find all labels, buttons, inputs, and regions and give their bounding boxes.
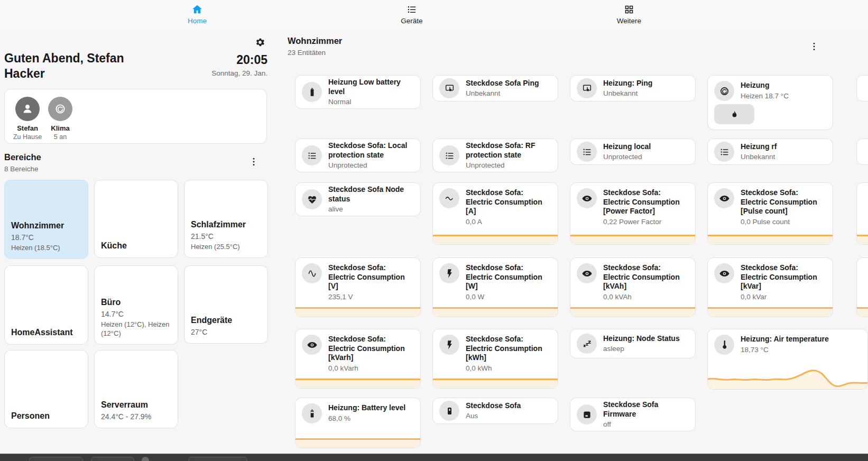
top-navigation: Home Geräte Weitere xyxy=(0,0,868,30)
taskbar-button[interactable] xyxy=(91,457,134,461)
entity-card-heizung-rf[interactable]: Heizung rfUnbekannt xyxy=(707,139,833,165)
person-name: Stefan xyxy=(17,124,38,132)
area-card-kueche[interactable]: Küche xyxy=(94,180,178,258)
taskbar-button[interactable] xyxy=(29,457,83,461)
person-chip-klima[interactable]: Klima 5 an xyxy=(44,97,77,141)
partial-entity-card[interactable] xyxy=(856,139,868,165)
area-card-wohnzimmer[interactable]: Wohnzimmer 18.7°C Heizen (18.5°C) xyxy=(4,180,88,259)
entity-title: Heizung: Ping xyxy=(603,79,652,88)
entity-card-heizung-low-battery[interactable]: Heizung Low battery levelNormal xyxy=(295,75,421,109)
entity-state: Unbekannt xyxy=(741,152,777,161)
clock-date: Sonntag, 29. Jan. xyxy=(159,69,267,77)
eye-icon xyxy=(577,188,597,208)
entity-card-consumption-kvar[interactable]: Steckdose Sofa: Electric Consumption [kV… xyxy=(707,257,833,317)
entity-state: 0,0 A xyxy=(466,217,551,226)
chip-icon xyxy=(577,404,597,425)
partial-entity-card[interactable] xyxy=(856,257,868,317)
sparkline xyxy=(296,438,420,448)
entity-card-rf-protection[interactable]: Steckdose Sofa: RF protection stateUnpro… xyxy=(432,139,558,172)
entity-card-heizung-battery-level[interactable]: Heizung: Battery level68,0 % xyxy=(295,398,421,448)
entities-panel-title: Wohnzimmer xyxy=(288,36,342,46)
thermometer-icon xyxy=(714,335,734,355)
entity-title: Steckdose Sofa: Electric Consumption [kV… xyxy=(741,263,826,291)
eye-icon xyxy=(714,188,734,208)
entity-title: Steckdose Sofa xyxy=(466,401,521,411)
area-card-serverraum[interactable]: Serverraum 24.4°C - 27.9% xyxy=(94,350,178,428)
entity-title: Heizung Low battery level xyxy=(328,78,414,96)
entity-card-heizung-ping[interactable]: Heizung: PingUnbekannt xyxy=(570,75,696,102)
taskbar-button[interactable] xyxy=(142,457,149,461)
list-icon xyxy=(302,145,322,165)
entity-card-steckdose-firmware[interactable]: Steckdose Sofa Firmwareoff xyxy=(570,398,696,431)
entity-card-steckdose-ping[interactable]: Steckdose Sofa PingUnbekannt xyxy=(432,75,558,102)
sparkline xyxy=(708,235,833,244)
entity-card-local-protection[interactable]: Steckdose Sofa: Local protection stateUn… xyxy=(295,139,421,172)
ping-icon xyxy=(577,78,597,98)
entity-card-consumption-v[interactable]: Steckdose Sofa: Electric Consumption [V]… xyxy=(295,257,421,317)
thermostat-icon xyxy=(48,97,72,121)
area-card-personen[interactable]: Personen xyxy=(4,350,88,428)
devices-list-icon xyxy=(406,4,418,15)
entity-state: Unprotected xyxy=(603,152,651,161)
entity-card-consumption-pulse-count[interactable]: Steckdose Sofa: Electric Consumption [Pu… xyxy=(707,182,833,245)
entity-card-consumption-a[interactable]: Steckdose Sofa: Electric Consumption [A]… xyxy=(432,182,558,245)
tab-weitere[interactable]: Weitere xyxy=(597,4,661,25)
person-chip-stefan[interactable]: Stefan Zu Hause xyxy=(11,97,44,141)
area-name: Serverraum xyxy=(101,400,171,410)
home-icon xyxy=(191,4,203,15)
entity-card-heizung-climate[interactable]: HeizungHeizen 18.7 °C xyxy=(707,75,833,130)
entity-title: Steckdose Sofa: RF protection state xyxy=(466,141,551,160)
sparkline xyxy=(708,307,833,317)
taskbar xyxy=(0,454,868,461)
entity-title: Heizung rf xyxy=(741,142,777,152)
heat-mode-button[interactable] xyxy=(714,104,754,124)
area-card-buero[interactable]: Büro 14.7°C Heizen (12°C), Heizen (12°C) xyxy=(94,265,178,345)
entities-panel-subtitle: 23 Entitäten xyxy=(288,49,326,57)
entity-card-consumption-kwh[interactable]: Steckdose Sofa: Electric Consumption [kW… xyxy=(432,329,558,389)
partial-entity-card[interactable] xyxy=(856,182,868,245)
entity-title: Steckdose Sofa Ping xyxy=(466,79,539,88)
grid-icon xyxy=(623,4,635,15)
temperature-sparkline xyxy=(708,362,867,389)
area-name: Wohnzimmer xyxy=(11,220,81,231)
area-temp: 21.5°C xyxy=(191,232,261,241)
area-card-schlafzimmer[interactable]: Schlafzimmer 21.5°C Heizen (25.5°C) xyxy=(184,180,268,258)
entity-state: asleep xyxy=(603,344,680,353)
entity-card-steckdose-sofa[interactable]: Steckdose SofaAus xyxy=(432,398,558,424)
entity-state: 68,0 % xyxy=(328,414,405,423)
area-card-endgeraete[interactable]: Endgeräte 27°C xyxy=(184,265,268,344)
entity-card-consumption-w[interactable]: Steckdose Sofa: Electric Consumption [W]… xyxy=(432,257,558,317)
sparkline xyxy=(433,379,558,388)
partial-entity-card[interactable] xyxy=(856,75,868,102)
entity-title: Heizung local xyxy=(603,142,651,152)
entity-state: 0,0 Pulse count xyxy=(741,217,826,226)
entity-state: 235,1 V xyxy=(328,292,414,301)
taskbar-button[interactable] xyxy=(188,457,247,461)
ping-icon xyxy=(439,78,459,98)
entity-state: Heizen 18.7 °C xyxy=(741,91,789,100)
entity-card-consumption-power-factor[interactable]: Steckdose Sofa: Electric Consumption [Po… xyxy=(570,182,696,245)
entity-card-air-temperature[interactable]: Heizung: Air temperature18,73 °C xyxy=(707,329,868,390)
entity-title: Steckdose Sofa: Electric Consumption [Po… xyxy=(603,188,689,216)
entity-state: Unprotected xyxy=(466,161,551,170)
entity-card-node-status[interactable]: Steckdose Sofa Node statusalive xyxy=(295,182,421,216)
entity-state: Aus xyxy=(466,411,521,420)
entity-card-consumption-kvarh[interactable]: Steckdose Sofa: Electric Consumption [kV… xyxy=(295,329,421,389)
entities-menu-dots-icon[interactable] xyxy=(809,41,821,54)
entity-title: Steckdose Sofa: Electric Consumption [kV… xyxy=(328,335,414,363)
tab-home[interactable]: Home xyxy=(165,4,229,25)
area-card-homeassistant[interactable]: HomeAssistant xyxy=(4,265,88,345)
entity-state: alive xyxy=(328,205,414,214)
flash-icon xyxy=(439,335,459,355)
areas-menu-dots-icon[interactable] xyxy=(248,156,261,169)
entity-card-heizung-node-status[interactable]: Heizung: Node Statusasleep xyxy=(570,329,696,358)
entity-card-consumption-kvah[interactable]: Steckdose Sofa: Electric Consumption [kV… xyxy=(570,257,696,317)
tab-home-label: Home xyxy=(188,17,207,25)
settings-gear-icon[interactable] xyxy=(255,37,267,50)
entity-card-heizung-local[interactable]: Heizung localUnprotected xyxy=(570,139,696,165)
person-icon xyxy=(15,97,40,121)
entity-title: Steckdose Sofa: Electric Consumption [Pu… xyxy=(741,188,826,216)
areas-title: Bereiche xyxy=(4,152,41,162)
entity-state: off xyxy=(603,420,689,429)
tab-geraete[interactable]: Geräte xyxy=(380,4,444,25)
